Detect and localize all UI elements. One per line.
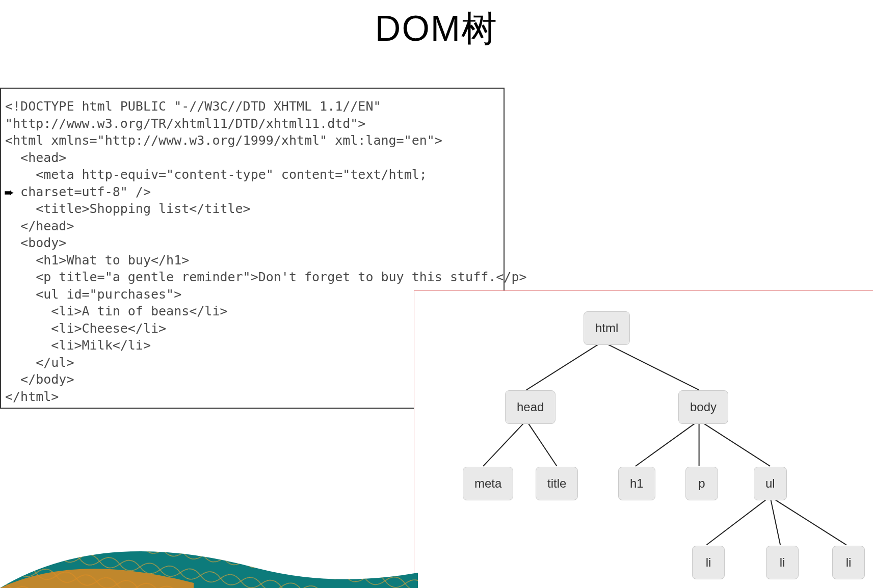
tree-node-li-3: li	[832, 546, 865, 579]
tree-node-li-1: li	[692, 546, 725, 579]
svg-line-6	[699, 420, 771, 466]
footer-decoration	[0, 537, 418, 588]
tree-node-html: html	[584, 311, 630, 345]
tree-node-title: title	[536, 467, 578, 500]
tree-node-body: body	[678, 390, 728, 424]
slide: DOM树 <!DOCTYPE html PUBLIC "-//W3C//DTD …	[0, 0, 873, 588]
tree-node-h1: h1	[618, 467, 655, 500]
dom-tree-diagram: html head body meta title h1 p ul li li …	[414, 290, 873, 588]
svg-line-1	[602, 342, 699, 390]
pointer-arrow-icon: ➨	[4, 185, 14, 200]
svg-line-8	[770, 497, 780, 545]
tree-node-ul: ul	[754, 467, 787, 500]
svg-line-0	[526, 342, 602, 390]
svg-line-2	[483, 420, 526, 466]
slide-title: DOM树	[0, 5, 873, 53]
svg-line-9	[770, 497, 846, 545]
tree-node-p: p	[685, 467, 718, 500]
tree-lines	[414, 291, 873, 588]
tree-node-head: head	[505, 390, 555, 424]
svg-line-3	[526, 420, 557, 466]
tree-node-li-2: li	[766, 546, 799, 579]
svg-line-4	[636, 420, 699, 466]
svg-line-7	[707, 497, 771, 545]
tree-node-meta: meta	[463, 467, 513, 500]
